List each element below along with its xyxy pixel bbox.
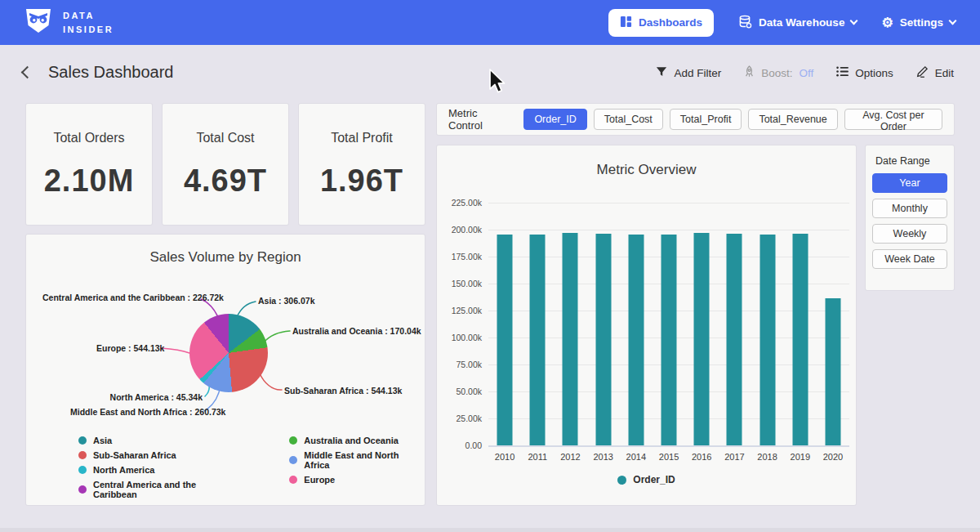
sales-volume-pie-card: Sales Volume by Region Asia : 306.07kAus… [26, 235, 425, 505]
pie-label-asia: Asia : 306.07k [258, 296, 314, 306]
nav-item-settings[interactable]: ⚙ Settings [881, 16, 956, 29]
owl-logo-icon [24, 8, 52, 37]
bar-column [685, 203, 718, 445]
date-range-buttons: YearMonthlyWeeklyWeek Date [872, 173, 947, 269]
sales-dashboard-app: DATA INSIDER Dashboards [0, 0, 980, 532]
bar-column [488, 203, 521, 445]
bar-2016[interactable] [694, 233, 710, 445]
kpi-card-total-orders: Total Orders 2.10M [26, 104, 152, 225]
pie-legend-item-europe[interactable]: Europe [289, 475, 425, 485]
chart-legend: Order_ID [437, 474, 856, 485]
y-axis-tick-label: 75.00k [437, 360, 482, 369]
bar-2015[interactable] [662, 235, 677, 445]
legend-label: North America [93, 465, 154, 475]
legend-label: Europe [304, 475, 335, 485]
add-filter-button[interactable]: Add Filter [656, 66, 721, 80]
x-axis: 2010201120122013201420152016201720182019… [488, 452, 849, 462]
legend-dot [78, 451, 87, 459]
pie-chart-title: Sales Volume by Region [26, 249, 425, 266]
bar-column [784, 203, 817, 445]
kpi-value: 4.69T [184, 163, 267, 199]
metric-option-total-revenue[interactable]: Total_Revenue [748, 109, 837, 130]
x-axis-tick-label: 2014 [620, 452, 653, 462]
y-axis-tick-label: 125.00k [437, 306, 482, 315]
pie-label-central-america-and-the-caribbean: Central America and the Caribbean : 226.… [42, 293, 198, 302]
metric-option-total-profit[interactable]: Total_Profit [670, 109, 742, 130]
x-axis-tick-label: 2020 [817, 452, 849, 462]
legend-label: Australia and Oceania [304, 436, 399, 445]
brand-text: DATA INSIDER [63, 9, 114, 36]
legend-label: Middle East and North Africa [304, 450, 425, 470]
legend-dot [78, 436, 87, 445]
brand: DATA INSIDER [24, 8, 114, 37]
bar-2010[interactable] [497, 235, 513, 445]
pencil-icon [916, 65, 929, 80]
pie-legend-item-australia-and-oceania[interactable]: Australia and Oceania [289, 436, 425, 445]
x-axis-tick-label: 2012 [554, 452, 586, 462]
bar-2017[interactable] [727, 234, 742, 445]
bar-2012[interactable] [563, 233, 578, 445]
pie-legend-item-sub-saharan-africa[interactable]: Sub-Saharan Africa [78, 450, 240, 460]
y-axis-tick-label: 200.00k [437, 225, 482, 235]
bottom-edge [0, 528, 980, 532]
legend-item-order-id[interactable]: Order_ID [617, 474, 675, 485]
gridline [488, 445, 849, 447]
bar-2019[interactable] [792, 234, 808, 445]
kpi-label: Total Cost [196, 131, 254, 145]
back-button[interactable] [21, 66, 34, 79]
bar-2014[interactable] [628, 235, 644, 445]
bar-2018[interactable] [760, 235, 775, 445]
x-axis-tick-label: 2016 [685, 452, 718, 462]
bar-2020[interactable] [825, 298, 840, 445]
database-icon [738, 15, 752, 31]
kpi-card-total-cost: Total Cost 4.69T [163, 104, 288, 225]
legend-label: Central America and the Caribbean [93, 480, 240, 499]
x-axis-tick-label: 2018 [751, 452, 784, 462]
metric-option-total-cost[interactable]: Total_Cost [594, 109, 663, 130]
pie-label-middle-east-and-north-africa: Middle East and North Africa : 260.73k [70, 407, 225, 417]
legend-label: Order_ID [633, 474, 675, 485]
boost-toggle[interactable]: Boost: Off [744, 65, 813, 80]
pie-chart[interactable] [189, 314, 268, 392]
pie-legend-column: AsiaSub-Saharan AfricaNorth AmericaCentr… [78, 436, 240, 499]
x-axis-tick-label: 2019 [784, 452, 817, 462]
pie-legend-item-central-america-and-the-caribbean[interactable]: Central America and the Caribbean [78, 480, 240, 499]
date-option-monthly[interactable]: Monthly [872, 199, 947, 218]
date-option-week-date[interactable]: Week Date [872, 249, 947, 269]
nav-item-dashboards[interactable]: Dashboards [608, 9, 714, 37]
metric-option-order-id[interactable]: Order_ID [523, 109, 586, 130]
date-option-year[interactable]: Year [872, 173, 947, 193]
metric-option-avg-cost-per-order[interactable]: Avg. Cost per Order [844, 109, 942, 130]
kpi-card-total-profit: Total Profit 1.96T [299, 104, 425, 225]
mouse-cursor-icon [488, 69, 508, 98]
date-option-weekly[interactable]: Weekly [872, 224, 947, 244]
pie-connector-sub-saharan-africa [260, 373, 282, 390]
bar-column [587, 203, 620, 445]
chevron-down-icon [949, 17, 957, 25]
kpi-value: 2.10M [44, 163, 135, 199]
boost-status: Off [799, 67, 813, 79]
pie-legend-item-asia[interactable]: Asia [78, 436, 240, 445]
pie-legend-item-north-america[interactable]: North America [78, 465, 240, 475]
bar-2013[interactable] [595, 234, 611, 445]
metric-control-buttons: Order_IDTotal_CostTotal_ProfitTotal_Reve… [523, 109, 942, 130]
y-axis-tick-label: 100.00k [437, 333, 482, 342]
bar-2011[interactable] [530, 235, 546, 445]
options-button[interactable]: Options [836, 66, 893, 79]
chevron-down-icon [850, 17, 858, 25]
edit-button[interactable]: Edit [916, 65, 954, 80]
pie-connector-europe [161, 348, 189, 353]
nav-item-data-warehouse[interactable]: Data Warehouse [738, 15, 857, 31]
x-axis-tick-label: 2010 [488, 452, 521, 462]
bar-column [653, 203, 685, 445]
legend-dot [289, 456, 297, 464]
bar-column [620, 203, 653, 445]
pie-legend-item-middle-east-and-north-africa[interactable]: Middle East and North Africa [289, 450, 425, 470]
legend-dot [289, 476, 297, 484]
y-axis-tick-label: 175.00k [437, 252, 482, 262]
bar-column [521, 203, 554, 445]
dashboard-grid-icon [620, 16, 632, 30]
pie-label-europe: Europe : 544.13k [96, 343, 158, 353]
legend-dot [289, 436, 297, 445]
pie-connector-australia-and-oceania [264, 331, 290, 342]
